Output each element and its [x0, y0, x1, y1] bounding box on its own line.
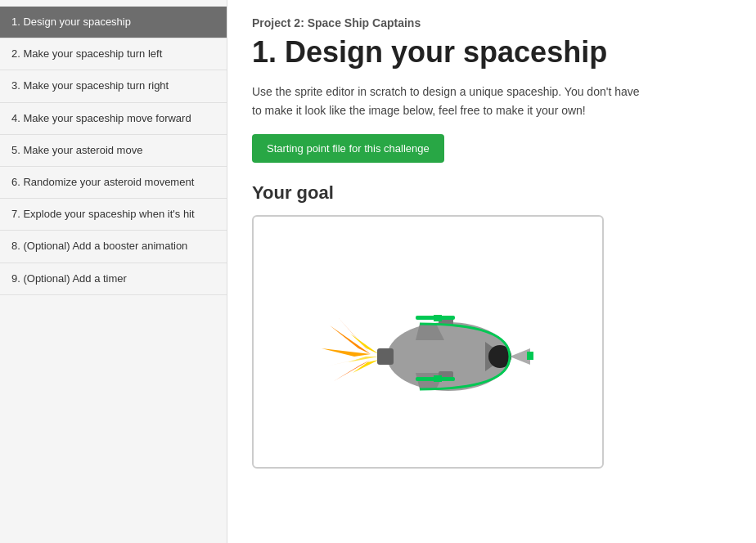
sidebar-item-1[interactable]: 1. Design your spaceship	[0, 7, 227, 38]
spaceship-illustration	[289, 227, 567, 456]
svg-marker-7	[353, 360, 379, 373]
starting-file-button[interactable]: Starting point file for this challenge	[252, 134, 444, 163]
sidebar-item-2[interactable]: 2. Make your spaceship turn left	[0, 38, 227, 70]
svg-rect-18	[434, 315, 442, 321]
svg-rect-20	[527, 352, 533, 360]
goal-image-box	[252, 215, 604, 469]
svg-rect-19	[434, 375, 442, 382]
sidebar-item-7[interactable]: 7. Explode your spaceship when it's hit	[0, 199, 227, 231]
description-text: Use the sprite editor in scratch to desi…	[252, 83, 645, 119]
sidebar-item-5[interactable]: 5. Make your asteroid move	[0, 135, 227, 167]
sidebar-item-3[interactable]: 3. Make your spaceship turn right	[0, 70, 227, 102]
sidebar-item-8[interactable]: 8. (Optional) Add a booster animation	[0, 231, 227, 263]
svg-marker-0	[330, 325, 371, 354]
sidebar-item-6[interactable]: 6. Randomize your asteroid movement	[0, 167, 227, 199]
your-goal-label: Your goal	[252, 182, 731, 204]
svg-rect-21	[377, 348, 394, 365]
sidebar-item-4[interactable]: 4. Make your spaceship move forward	[0, 103, 227, 135]
sidebar: 1. Design your spaceship2. Make your spa…	[0, 0, 227, 543]
svg-marker-3	[334, 360, 371, 381]
sidebar-item-9[interactable]: 9. (Optional) Add a timer	[0, 263, 227, 295]
page-heading: 1. Design your spaceship	[252, 34, 731, 70]
main-content: Project 2: Space Ship Captains 1. Design…	[227, 0, 756, 543]
project-title: Project 2: Space Ship Captains	[252, 16, 731, 29]
